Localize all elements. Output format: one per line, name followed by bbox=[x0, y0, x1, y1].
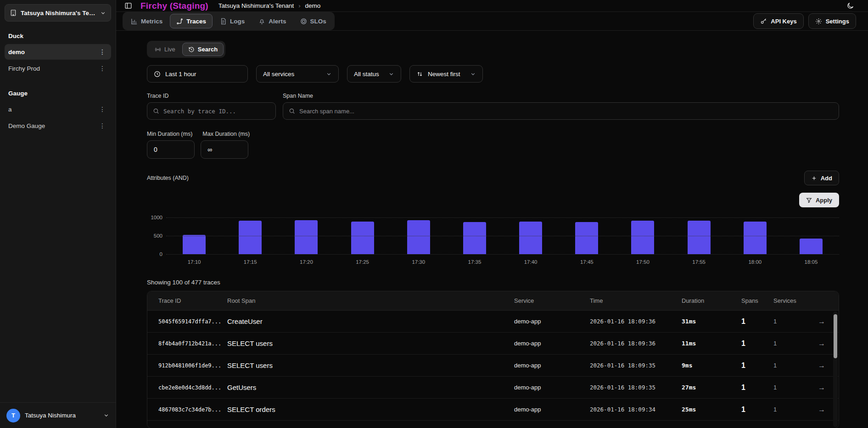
dark-mode-toggle[interactable] bbox=[845, 0, 856, 11]
chevron-down-icon bbox=[103, 412, 109, 418]
chart-bar[interactable] bbox=[351, 222, 374, 254]
col-spans: Spans bbox=[741, 297, 773, 304]
trace-id-input[interactable] bbox=[163, 108, 270, 115]
cell-time: 2026-01-16 18:09:36 bbox=[590, 318, 682, 325]
open-trace-arrow-icon[interactable]: → bbox=[810, 384, 833, 392]
kebab-menu-icon[interactable]: ⋮ bbox=[97, 106, 107, 113]
clock-icon bbox=[154, 71, 161, 78]
apply-filters-button[interactable]: Apply bbox=[799, 193, 839, 207]
chart-bar[interactable] bbox=[800, 239, 823, 254]
user-menu[interactable]: T Tatsuya Nishimura bbox=[0, 402, 116, 428]
chart-bar[interactable] bbox=[519, 222, 542, 254]
max-duration-input[interactable] bbox=[201, 140, 248, 159]
kebab-menu-icon[interactable]: ⋮ bbox=[97, 48, 107, 56]
tenant-selector[interactable]: Tatsuya Nishimura's Tenant bbox=[5, 4, 111, 22]
open-trace-arrow-icon[interactable]: → bbox=[810, 339, 833, 348]
chart-bar[interactable] bbox=[463, 222, 486, 254]
filter-row: Last 1 hour All services All status bbox=[147, 65, 839, 83]
table-scrollbar[interactable] bbox=[833, 311, 838, 427]
moon-icon bbox=[846, 2, 854, 10]
table-row[interactable]: cbe2e8e0d4c3d8dd...GetUsersdemo-app2026-… bbox=[147, 377, 839, 399]
app-title: Firchy (Staging) bbox=[140, 1, 208, 11]
trace-id-label: Trace ID bbox=[147, 93, 283, 99]
sidebar-item-demo[interactable]: demo⋮ bbox=[5, 44, 111, 60]
x-tick-label: 17:25 bbox=[335, 259, 391, 265]
x-tick-label: 17:30 bbox=[391, 259, 447, 265]
col-trace-id: Trace ID bbox=[158, 297, 227, 304]
chart-plot bbox=[166, 217, 839, 254]
sidebar-item-a[interactable]: a⋮ bbox=[5, 101, 111, 117]
min-duration-input[interactable] bbox=[147, 140, 195, 159]
sidebar-sections: Duckdemo⋮Firchy Prod⋮Gaugea⋮Demo Gauge⋮ bbox=[0, 24, 116, 402]
status-filter[interactable]: All status bbox=[347, 65, 401, 83]
search-icon bbox=[289, 108, 295, 114]
x-tick-label: 17:50 bbox=[615, 259, 671, 265]
cell-time: 2026-01-16 18:09:35 bbox=[590, 362, 682, 369]
mode-live[interactable]: Live bbox=[149, 43, 181, 56]
tab-slos[interactable]: SLOs bbox=[294, 14, 333, 28]
cell-trace-id: 5045f659147dffa7... bbox=[158, 318, 227, 325]
gear-icon bbox=[815, 18, 822, 25]
gridline bbox=[166, 236, 839, 236]
x-tick-label: 17:20 bbox=[278, 259, 334, 265]
span-name-input[interactable] bbox=[299, 108, 833, 115]
chart-bar[interactable] bbox=[407, 220, 430, 254]
chart-bar[interactable] bbox=[631, 221, 654, 254]
cell-service: demo-app bbox=[514, 406, 590, 413]
cell-service: demo-app bbox=[514, 362, 590, 369]
table-row[interactable]: 912b0481006f1de9...SELECT usersdemo-app2… bbox=[147, 355, 839, 377]
services-filter[interactable]: All services bbox=[256, 65, 339, 83]
tab-traces[interactable]: Traces bbox=[170, 14, 213, 28]
breadcrumb-page[interactable]: demo bbox=[305, 2, 321, 9]
gridline bbox=[166, 217, 839, 218]
tab-logs[interactable]: Logs bbox=[213, 14, 251, 28]
cell-service: demo-app bbox=[514, 384, 590, 391]
table-row[interactable]: 8f4b4a0f712b421a...SELECT usersdemo-app2… bbox=[147, 333, 839, 355]
scrollbar-thumb[interactable] bbox=[834, 314, 837, 358]
x-tick-label: 18:05 bbox=[783, 259, 839, 265]
settings-button[interactable]: Settings bbox=[808, 13, 856, 29]
chart-x-axis: 17:1017:1517:2017:2517:3017:3517:4017:45… bbox=[166, 259, 839, 265]
cell-root-span: GetUsers bbox=[227, 384, 514, 391]
tab-metrics[interactable]: Metrics bbox=[124, 14, 169, 28]
table-row[interactable]: 5045f659147dffa7...CreateUserdemo-app202… bbox=[147, 311, 839, 333]
open-trace-arrow-icon[interactable]: → bbox=[810, 361, 833, 370]
chart-bar[interactable] bbox=[744, 222, 767, 254]
span-name-field bbox=[283, 102, 839, 120]
open-trace-arrow-icon[interactable]: → bbox=[810, 317, 833, 326]
chart-bar[interactable] bbox=[575, 222, 598, 254]
chart-y-axis: 10005000 bbox=[147, 217, 166, 254]
chevron-down-icon bbox=[470, 71, 476, 77]
building-icon bbox=[10, 9, 17, 17]
chart-bar[interactable] bbox=[688, 221, 711, 254]
chevron-down-icon bbox=[388, 71, 394, 77]
kebab-menu-icon[interactable]: ⋮ bbox=[97, 122, 107, 129]
api-keys-button[interactable]: API Keys bbox=[753, 13, 803, 29]
sort-filter[interactable]: Newest first bbox=[409, 65, 483, 83]
cell-duration: 9ms bbox=[682, 362, 741, 369]
breadcrumb-tenant[interactable]: Tatsuya Nishimura's Tenant bbox=[218, 2, 294, 9]
col-time: Time bbox=[590, 297, 682, 304]
traces-icon bbox=[176, 18, 183, 25]
cell-spans: 1 bbox=[741, 384, 773, 392]
chart-bar[interactable] bbox=[295, 220, 318, 254]
cell-time: 2026-01-16 18:09:36 bbox=[590, 340, 682, 347]
chart-bar[interactable] bbox=[183, 235, 206, 254]
sidebar-item-firchy-prod[interactable]: Firchy Prod⋮ bbox=[5, 61, 111, 76]
sidebar-toggle-icon[interactable] bbox=[123, 0, 134, 11]
add-attribute-button[interactable]: Add bbox=[804, 171, 839, 185]
table-body: 5045f659147dffa7...CreateUserdemo-app202… bbox=[147, 311, 839, 428]
chart-bar[interactable] bbox=[239, 221, 262, 254]
cell-spans: 1 bbox=[741, 361, 773, 370]
open-trace-arrow-icon[interactable]: → bbox=[810, 406, 833, 414]
mode-search[interactable]: Search bbox=[182, 43, 224, 56]
y-tick-label: 1000 bbox=[151, 215, 162, 220]
time-range-filter[interactable]: Last 1 hour bbox=[147, 65, 248, 83]
table-row[interactable]: c20bf8748c9b2b75...CreateOrderdemo-app20… bbox=[147, 421, 839, 428]
sidebar-item-demo-gauge[interactable]: Demo Gauge⋮ bbox=[5, 118, 111, 133]
kebab-menu-icon[interactable]: ⋮ bbox=[97, 65, 107, 72]
table-row[interactable]: 4867083c7c34de7b...SELECT ordersdemo-app… bbox=[147, 399, 839, 421]
x-tick-label: 18:00 bbox=[727, 259, 783, 265]
cell-services: 1 bbox=[773, 384, 810, 391]
tab-alerts[interactable]: Alerts bbox=[252, 14, 292, 28]
